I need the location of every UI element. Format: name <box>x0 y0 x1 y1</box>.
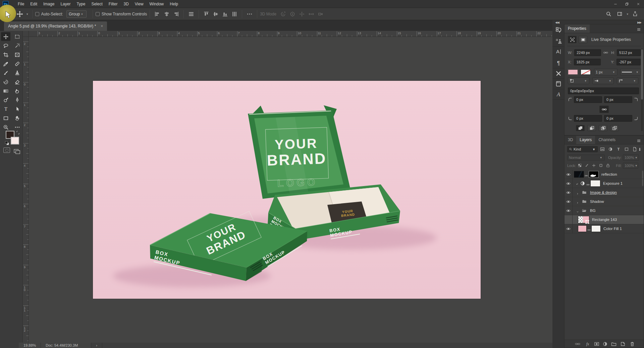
corner-tr-field[interactable]: 0 px <box>604 96 632 103</box>
lock-pixels-icon[interactable] <box>585 163 590 168</box>
slide-3d-icon[interactable] <box>308 11 314 17</box>
default-colors-icon[interactable] <box>5 141 9 145</box>
stroke-join-dropdown[interactable]: ▾ <box>617 77 638 84</box>
frame-tool[interactable] <box>12 50 22 59</box>
visibility-toggle[interactable] <box>565 179 573 188</box>
new-group-icon[interactable] <box>611 341 616 347</box>
panel-menu-icon[interactable] <box>637 138 641 142</box>
masks-properties-button[interactable] <box>579 36 587 43</box>
eraser-tool[interactable] <box>12 77 22 86</box>
corner-br-field[interactable]: 0 px <box>604 115 632 122</box>
dodge-tool[interactable] <box>1 96 10 104</box>
visibility-toggle[interactable] <box>565 224 573 233</box>
orbit-3d-icon[interactable] <box>280 11 286 17</box>
history-brush-tool[interactable] <box>1 77 10 86</box>
corner-radius-summary-field[interactable]: 0px0px0px0px <box>568 88 639 94</box>
chevron-right-icon[interactable] <box>576 200 579 203</box>
tab-layers[interactable]: Layers <box>576 136 595 144</box>
auto-select-target-dropdown[interactable]: Group▾ <box>66 10 87 18</box>
align-bottom-icon[interactable] <box>222 11 228 17</box>
hand-tool[interactable] <box>12 114 22 122</box>
align-top-icon[interactable] <box>203 11 209 17</box>
tab-properties[interactable]: Properties <box>565 24 590 33</box>
background-color-swatch[interactable] <box>11 137 19 144</box>
show-transform-checkbox[interactable] <box>96 12 100 16</box>
y-field[interactable]: -267 px <box>616 59 641 65</box>
pixel-filter-icon[interactable] <box>599 146 606 152</box>
smudge-tool[interactable] <box>12 86 22 95</box>
link-layers-icon[interactable] <box>575 341 580 347</box>
visibility-toggle[interactable] <box>565 206 573 215</box>
zoom-level[interactable]: 19.88% <box>19 343 41 348</box>
distribute-v-icon[interactable] <box>231 11 237 17</box>
mask-thumbnail[interactable] <box>590 180 600 187</box>
stroke-align-dropdown[interactable]: ▾ <box>568 77 589 84</box>
blend-mode-dropdown[interactable]: Normal▾ <box>567 155 605 161</box>
opacity-field[interactable]: 100%▾ <box>623 155 639 161</box>
align-middle-icon[interactable] <box>213 11 219 17</box>
lasso-tool[interactable] <box>1 41 10 50</box>
adjustment-filter-icon[interactable] <box>607 146 614 152</box>
document-tab-close-icon[interactable]: × <box>101 24 103 28</box>
pathfinder-intersect-button[interactable] <box>599 125 607 131</box>
gradient-tool[interactable] <box>1 86 10 95</box>
paragraph-panel-icon[interactable]: ¶ <box>555 60 562 66</box>
document-canvas[interactable]: YOUR BRAND LOGO YOUR BRAND BOX <box>93 81 481 299</box>
layer-name[interactable]: Rectangle 143 <box>592 218 617 222</box>
new-adjustment-icon[interactable] <box>602 341 608 347</box>
close-button[interactable] <box>633 0 644 8</box>
visibility-toggle[interactable] <box>565 170 573 179</box>
rect-tool[interactable] <box>1 114 10 122</box>
menu-file[interactable]: File <box>15 0 27 8</box>
menu-3d[interactable]: 3D <box>120 0 131 8</box>
new-layer-icon[interactable] <box>620 341 626 347</box>
menu-layer[interactable]: Layer <box>57 0 73 8</box>
move-tool[interactable] <box>1 32 10 41</box>
visibility-toggle[interactable] <box>565 215 573 224</box>
menu-type[interactable]: Type <box>73 0 88 8</box>
visibility-toggle[interactable] <box>565 188 573 197</box>
path-select-tool[interactable] <box>12 105 22 113</box>
glyphs-panel-icon[interactable]: A <box>555 91 562 98</box>
layer-name[interactable]: reflection <box>601 172 617 176</box>
auto-select-checkbox[interactable] <box>35 12 39 16</box>
lock-artboard-icon[interactable] <box>599 163 604 168</box>
clone-source-panel-icon[interactable] <box>555 38 562 45</box>
align-left-icon[interactable] <box>154 11 160 17</box>
layer-row[interactable]: reflection <box>565 170 644 179</box>
libraries-panel-icon[interactable] <box>555 80 562 87</box>
adjustment-icon[interactable] <box>580 181 586 186</box>
delete-layer-icon[interactable] <box>630 341 635 347</box>
roll-3d-icon[interactable] <box>289 11 296 17</box>
stroke-color-swatch[interactable] <box>581 69 591 75</box>
ruler-corner[interactable] <box>23 31 29 37</box>
stroke-style-dropdown[interactable]: ▾ <box>620 69 641 75</box>
layer-row[interactable]: BG <box>565 206 644 215</box>
layer-thumbnail[interactable] <box>578 225 587 232</box>
pathfinder-union-button[interactable] <box>576 125 585 131</box>
layer-thumbnail[interactable] <box>574 171 584 178</box>
menu-filter[interactable]: Filter <box>106 0 121 8</box>
width-field[interactable]: 2249 px <box>574 49 601 56</box>
eyedropper-tool[interactable] <box>1 59 10 68</box>
panel-menu-icon[interactable] <box>637 27 641 31</box>
layer-row[interactable]: Shadow <box>565 197 644 206</box>
lock-position-icon[interactable] <box>592 163 597 168</box>
align-right-icon[interactable] <box>173 11 179 17</box>
menu-edit[interactable]: Edit <box>27 0 40 8</box>
wand-tool[interactable] <box>12 41 22 50</box>
pathfinder-subtract-button[interactable] <box>587 125 596 131</box>
tool-presets-panel-icon[interactable] <box>555 70 562 77</box>
smart-filter-icon[interactable] <box>631 146 638 152</box>
x-field[interactable]: 1825 px <box>574 59 601 65</box>
add-mask-icon[interactable] <box>594 341 599 347</box>
lock-transparent-icon[interactable] <box>578 163 583 168</box>
pathfinder-exclude-button[interactable] <box>610 125 619 131</box>
layer-row[interactable]: Image & design <box>565 188 644 197</box>
layer-row[interactable]: Rectangle 143 <box>565 215 644 224</box>
filter-toggle-icon[interactable] <box>638 147 642 152</box>
stamp-tool[interactable] <box>12 68 22 77</box>
layer-name[interactable]: Shadow <box>590 199 604 204</box>
menu-window[interactable]: Window <box>147 0 167 8</box>
stroke-width-dropdown[interactable]: 1 px▾ <box>594 69 618 75</box>
